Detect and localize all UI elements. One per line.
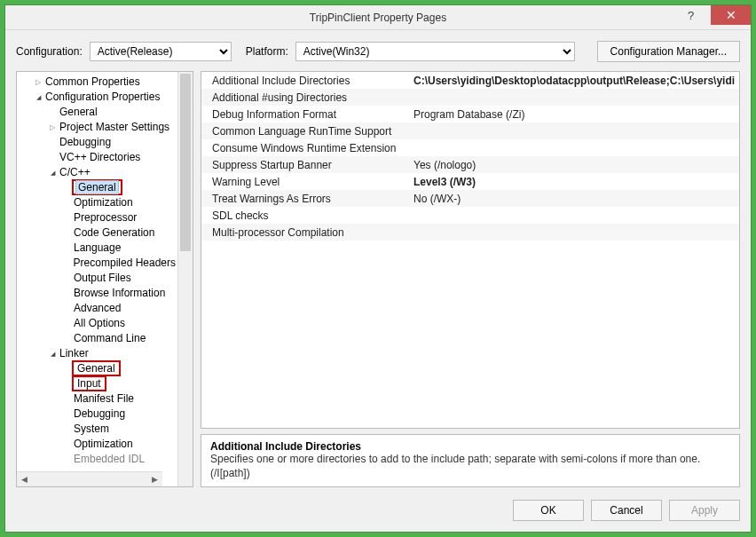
tree-item-manifest-file[interactable]: Manifest File [17,391,177,406]
right-pane: Additional Include DirectoriesC:\Users\y… [201,71,740,487]
cancel-button[interactable]: Cancel [591,500,662,521]
tree-item-common-properties[interactable]: Common Properties [17,74,177,89]
toolbar: Configuration: Active(Release) Platform:… [5,30,751,71]
platform-label: Platform: [246,45,288,58]
property-row[interactable]: Additional #using Directories [201,89,739,106]
configuration-select[interactable]: Active(Release) [90,42,232,61]
description-title: Additional Include Directories [210,440,730,453]
property-row[interactable]: Common Language RunTime Support [201,122,739,139]
chevron-right-icon[interactable] [33,77,43,86]
chevron-down-icon[interactable] [33,92,43,101]
property-value[interactable]: Level3 (/W3) [410,176,739,188]
ok-button[interactable]: OK [513,500,584,521]
property-row[interactable]: Additional Include DirectoriesC:\Users\y… [201,72,739,89]
category-tree[interactable]: Common Properties Configuration Properti… [17,72,177,468]
tree-item-debugging[interactable]: Debugging [17,134,177,149]
platform-select[interactable]: Active(Win32) [295,42,575,61]
scrollbar-thumb[interactable] [180,74,191,251]
tree-item-configuration-properties[interactable]: Configuration Properties [17,89,177,104]
description-body: Specifies one or more directories to add… [210,453,730,480]
tree-item-preprocessor[interactable]: Preprocessor [17,209,177,225]
tree-panel: Common Properties Configuration Properti… [16,71,193,487]
tree-item-linker-general[interactable]: General [17,360,177,375]
tree-item-general[interactable]: General [17,104,177,119]
property-row[interactable]: Multi-processor Compilation [201,224,739,241]
property-grid[interactable]: Additional Include DirectoriesC:\Users\y… [201,71,740,429]
tree-item-linker-input[interactable]: Input [17,375,177,391]
tree-item-advanced[interactable]: Advanced [17,300,177,315]
main-area: Common Properties Configuration Properti… [5,71,751,494]
tree-item-language[interactable]: Language [17,240,177,255]
tree-item-output-files[interactable]: Output Files [17,270,177,285]
property-name: Additional #using Directories [201,91,410,104]
window-title: TripPinClient Property Pages [5,12,751,24]
tree-item-system[interactable]: System [17,421,177,436]
tree-item-vcpp-directories[interactable]: VC++ Directories [17,149,177,164]
tree-item-browse-information[interactable]: Browse Information [17,285,177,300]
dialog-buttons: OK Cancel Apply [5,494,751,532]
chevron-right-icon[interactable] [47,122,58,131]
property-row[interactable]: Warning LevelLevel3 (/W3) [201,173,739,190]
property-row[interactable]: Consume Windows Runtime Extension [201,139,739,156]
property-value[interactable]: Program Database (/Zi) [410,108,739,121]
property-name: Common Language RunTime Support [201,125,410,138]
tree-item-cpp[interactable]: C/C++ [17,164,177,179]
tree-item-code-generation[interactable]: Code Generation [17,225,177,240]
tree-item-all-options[interactable]: All Options [17,315,177,330]
help-button[interactable]: ? [671,5,711,25]
property-row[interactable]: Treat Warnings As ErrorsNo (/WX-) [201,190,739,207]
titlebar: TripPinClient Property Pages ? ✕ [5,5,751,30]
property-row[interactable]: Debug Information FormatProgram Database… [201,106,739,122]
property-name: Debug Information Format [201,108,410,121]
property-name: Consume Windows Runtime Extension [201,142,410,154]
property-name: Additional Include Directories [201,75,410,87]
apply-button[interactable]: Apply [669,500,740,521]
tree-item-linker-debugging[interactable]: Debugging [17,406,177,421]
property-name: Multi-processor Compilation [201,226,410,239]
tree-item-embedded-idl[interactable]: Embedded IDL [17,451,177,466]
property-value[interactable]: C:\Users\yiding\Desktop\odatacpp\output\… [410,75,739,87]
property-row[interactable]: SDL checks [201,207,739,224]
property-row[interactable]: Suppress Startup BannerYes (/nologo) [201,156,739,173]
property-name: SDL checks [201,209,410,222]
property-value[interactable]: Yes (/nologo) [410,159,739,171]
horizontal-scrollbar[interactable]: ◀▶ [17,471,162,486]
configuration-label: Configuration: [16,45,83,58]
description-panel: Additional Include Directories Specifies… [201,434,740,487]
tree-item-linker[interactable]: Linker [17,345,177,360]
tree-item-precompiled-headers[interactable]: Precompiled Headers [17,255,177,270]
dialog-window: TripPinClient Property Pages ? ✕ Configu… [4,4,752,533]
property-name: Treat Warnings As Errors [201,193,410,205]
chevron-down-icon[interactable] [47,168,58,177]
property-name: Suppress Startup Banner [201,159,410,171]
tree-item-linker-optimization[interactable]: Optimization [17,436,177,451]
tree-item-command-line[interactable]: Command Line [17,330,177,345]
configuration-manager-button[interactable]: Configuration Manager... [597,41,740,62]
tree-item-cpp-general[interactable]: General [17,179,177,194]
property-name: Warning Level [201,176,410,188]
chevron-down-icon[interactable] [47,349,58,358]
tree-item-project-master-settings[interactable]: Project Master Settings [17,119,177,134]
tree-item-optimization[interactable]: Optimization [17,194,177,209]
property-value[interactable]: No (/WX-) [410,193,739,205]
vertical-scrollbar[interactable] [177,72,193,486]
close-button[interactable]: ✕ [711,5,751,25]
